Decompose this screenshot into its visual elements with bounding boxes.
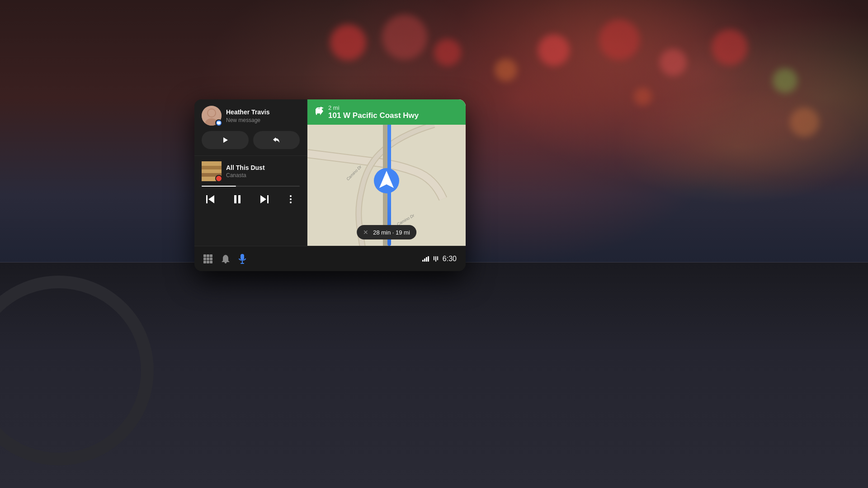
svg-rect-40 [437,256,438,260]
status-area: 6:30 [422,255,457,263]
navigation-arrow [373,167,400,196]
svg-rect-33 [210,261,212,263]
pause-button[interactable] [230,192,245,206]
svg-rect-12 [234,195,236,203]
svg-rect-36 [241,254,244,260]
svg-rect-15 [267,195,269,203]
message-subtitle: New message [226,117,300,123]
svg-rect-4 [217,122,221,124]
left-panel: Heather Travis New message [194,99,307,246]
svg-marker-11 [208,195,214,203]
signal-bar-2 [424,258,425,262]
app-launcher-button[interactable] [203,254,212,263]
bokeh-light [773,68,797,93]
bokeh-light [434,39,461,66]
bokeh-light [660,49,687,76]
nav-distance: 2 mi 101 W Pacific Coast Hwy [328,104,419,120]
more-options-button[interactable] [283,192,298,206]
progress-fill [202,186,236,187]
song-artist: Canasta [226,172,300,178]
microphone-button[interactable] [239,254,246,264]
svg-rect-38 [241,263,244,264]
turn-arrow-icon [314,106,324,118]
svg-rect-27 [210,254,212,257]
nav-header: 2 mi 101 W Pacific Coast Hwy [307,99,466,125]
music-controls [202,192,300,206]
song-title: All This Dust [226,164,300,171]
svg-rect-31 [203,261,206,263]
signal-bar-4 [428,256,429,262]
main-content: Heather Travis New message [194,99,466,246]
bokeh-light [634,88,652,106]
svg-marker-6 [223,137,228,143]
signal-icon [422,256,429,262]
bokeh-light [330,24,366,61]
reply-message-button[interactable] [253,131,300,149]
nav-street-name: 101 W Pacific Coast Hwy [328,111,419,120]
avatar-container [202,106,222,126]
message-info: Heather Travis New message [226,108,300,123]
android-auto-display: Heather Travis New message [194,99,466,271]
message-card[interactable]: Heather Travis New message [194,99,307,156]
song-info: All This Dust Canasta [226,164,300,178]
svg-rect-29 [207,258,209,260]
svg-rect-13 [238,195,241,203]
svg-rect-10 [206,195,208,203]
svg-rect-30 [210,258,212,260]
album-art [202,161,222,181]
bokeh-light [495,59,517,81]
message-header: Heather Travis New message [202,106,300,126]
bottom-left-icons [203,254,246,264]
bokeh-light [382,14,427,60]
play-message-button[interactable] [202,131,249,149]
svg-marker-22 [321,107,324,109]
svg-rect-37 [242,261,243,263]
message-actions [202,131,300,149]
svg-rect-39 [435,256,436,262]
nav-distance-text: 2 mi [328,104,419,111]
svg-rect-25 [203,254,206,257]
eta-banner: ✕ 28 min · 19 mi [357,225,416,239]
eta-text: 28 min · 19 mi [373,229,410,236]
music-card[interactable]: All This Dust Canasta [194,156,307,246]
next-track-button[interactable] [257,192,271,206]
svg-point-17 [290,198,292,200]
bottom-bar: 6:30 [194,246,466,271]
svg-rect-8 [202,166,222,169]
bokeh-light [712,29,748,66]
close-eta-button[interactable]: ✕ [363,229,368,236]
clock: 6:30 [443,255,457,263]
svg-rect-41 [434,256,434,260]
svg-point-16 [290,195,292,197]
notifications-button[interactable] [222,254,230,263]
svg-marker-14 [260,195,266,203]
music-header: All This Dust Canasta [202,161,300,181]
svg-rect-28 [203,258,206,260]
svg-rect-32 [207,261,209,263]
bokeh-light [599,19,640,60]
svg-point-18 [290,202,292,203]
wifi-icon [433,256,439,262]
music-app-badge [215,175,222,182]
previous-track-button[interactable] [203,192,218,206]
map-panel[interactable]: Camino Dr Camino Dr 2 mi 101 W P [307,99,466,246]
contact-name: Heather Travis [226,108,300,116]
signal-bar-3 [426,257,427,262]
bokeh-light [538,34,570,66]
signal-bar-1 [422,260,424,262]
messages-badge [215,119,222,127]
svg-point-3 [208,109,215,117]
svg-rect-26 [207,254,209,257]
bokeh-light [790,108,819,137]
svg-marker-5 [218,124,220,125]
progress-bar[interactable] [202,186,300,187]
